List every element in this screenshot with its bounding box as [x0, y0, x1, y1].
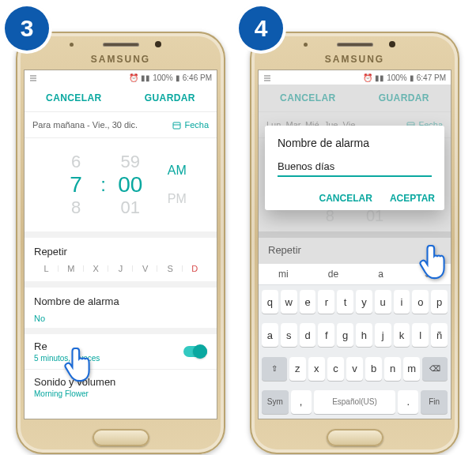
home-button[interactable]: [327, 429, 383, 446]
key-z[interactable]: z: [289, 357, 306, 381]
svg-rect-3: [173, 122, 180, 129]
alarm-name-value[interactable]: No: [34, 314, 207, 323]
status-time: 6:47 PM: [417, 73, 446, 82]
key-v[interactable]: v: [346, 357, 363, 381]
dialog-accept-button[interactable]: ACEPTAR: [390, 193, 435, 204]
day-j[interactable]: J: [108, 264, 133, 273]
screen-step-4: ⏰ ▮▮ 100% ▮ 6:47 PM CANCELAR GUARDAR Lun…: [258, 70, 451, 419]
suggestion-2[interactable]: de: [328, 269, 338, 280]
hand-cursor-icon: [63, 344, 100, 388]
battery-icon: ▮: [410, 73, 414, 82]
day-s[interactable]: S: [157, 264, 182, 273]
phone-sensor: [70, 43, 74, 47]
key-u[interactable]: u: [375, 290, 391, 314]
key-sym[interactable]: Sym: [262, 390, 289, 414]
key-k[interactable]: k: [394, 323, 410, 347]
status-bar: ⏰ ▮▮ 100% ▮ 6:46 PM: [25, 70, 217, 85]
snooze-toggle[interactable]: [183, 346, 207, 357]
alarm-icon: ⏰: [129, 73, 138, 82]
phone-step-4: SAMSUNG ⏰ ▮▮ 100% ▮ 6:47 PM CANCELAR GUA…: [250, 32, 459, 454]
step-badge-3: 3: [5, 6, 49, 51]
key-x[interactable]: x: [308, 357, 325, 381]
key-o[interactable]: o: [412, 290, 429, 314]
key-a[interactable]: a: [262, 323, 278, 347]
key-comma[interactable]: ,: [291, 390, 312, 414]
calendar-icon: [172, 121, 181, 130]
key-q[interactable]: q: [262, 290, 278, 314]
key-l[interactable]: l: [412, 323, 429, 347]
phone-step-3: SAMSUNG ⏰ ▮▮ 100% ▮ 6:46 PM CANCELAR GUA…: [16, 32, 225, 454]
key-g[interactable]: g: [337, 323, 353, 347]
key-backspace[interactable]: ⌫: [422, 357, 448, 381]
battery-percent: 100%: [153, 73, 173, 82]
hour-wheel[interactable]: 6 7 8: [55, 152, 97, 218]
key-c[interactable]: c: [327, 357, 344, 381]
date-row: Para mañana - Vie., 30 dic. Fecha: [25, 111, 217, 138]
key-enye[interactable]: ñ: [431, 323, 448, 347]
day-x[interactable]: X: [84, 264, 108, 273]
battery-icon: ▮: [176, 73, 180, 82]
step-badge-4: 4: [239, 6, 283, 51]
time-picker[interactable]: 6 7 8 : 59 00 01 AM PM: [25, 138, 217, 238]
phone-sensor: [304, 43, 308, 47]
day-l[interactable]: L: [34, 264, 59, 273]
day-d[interactable]: D: [183, 264, 207, 273]
key-w[interactable]: w: [281, 290, 297, 314]
key-n[interactable]: n: [384, 357, 401, 381]
key-period[interactable]: .: [398, 390, 418, 414]
alarm-icon: ⏰: [363, 73, 372, 82]
key-t[interactable]: t: [337, 290, 353, 314]
key-h[interactable]: h: [356, 323, 372, 347]
key-j[interactable]: j: [375, 323, 391, 347]
repeat-section: Repetir L M X J V S D: [25, 238, 217, 288]
menu-icon: [29, 73, 39, 81]
alarm-name-input[interactable]: [278, 157, 432, 177]
key-y[interactable]: y: [356, 290, 372, 314]
alarm-name-title: Nombre de alarma: [34, 295, 207, 307]
day-v[interactable]: V: [133, 264, 157, 273]
screen-step-3: ⏰ ▮▮ 100% ▮ 6:46 PM CANCELAR GUARDAR Par…: [24, 70, 217, 419]
key-s[interactable]: s: [281, 323, 297, 347]
minute-wheel[interactable]: 59 00 01: [109, 152, 152, 218]
day-m[interactable]: M: [59, 264, 83, 273]
ampm-wheel[interactable]: AM PM: [168, 164, 187, 206]
key-shift[interactable]: ⇧: [262, 357, 287, 381]
menu-icon: [263, 73, 273, 81]
signal-icon: ▮▮: [141, 73, 150, 82]
status-time: 6:46 PM: [183, 73, 212, 82]
alarm-name-section[interactable]: Nombre de alarma No: [25, 288, 217, 334]
cancel-button[interactable]: CANCELAR: [32, 86, 116, 110]
key-space[interactable]: Español(US): [314, 390, 396, 414]
key-r[interactable]: r: [318, 290, 334, 314]
key-done[interactable]: Fin: [421, 390, 448, 414]
repeat-title: Repetir: [34, 246, 207, 258]
repeat-days-row[interactable]: L M X J V S D: [34, 264, 207, 273]
keyboard[interactable]: mi de a ⌄ q w e r t y u i o p a s d: [259, 264, 451, 419]
sound-row[interactable]: Sonido y volumen Morning Flower: [25, 370, 217, 401]
battery-percent: 100%: [387, 73, 407, 82]
phone-camera: [155, 41, 161, 47]
phone-speaker: [337, 43, 373, 47]
home-button[interactable]: [93, 429, 149, 446]
key-p[interactable]: p: [431, 290, 448, 314]
key-f[interactable]: f: [318, 323, 334, 347]
phone-speaker: [103, 43, 139, 47]
alarm-name-dialog: Nombre de alarma CANCELAR ACEPTAR: [265, 126, 444, 210]
key-e[interactable]: e: [300, 290, 316, 314]
phone-brand: SAMSUNG: [250, 54, 459, 65]
suggestion-3[interactable]: a: [378, 269, 383, 280]
save-button[interactable]: GUARDAR: [130, 86, 210, 110]
key-b[interactable]: b: [365, 357, 382, 381]
dialog-cancel-button[interactable]: CANCELAR: [319, 193, 372, 204]
date-label: Para mañana - Vie., 30 dic.: [32, 120, 138, 130]
top-actions: CANCELAR GUARDAR: [25, 85, 217, 111]
key-m[interactable]: m: [403, 357, 420, 381]
key-d[interactable]: d: [300, 323, 316, 347]
date-button[interactable]: Fecha: [172, 120, 209, 130]
dialog-title: Nombre de alarma: [278, 137, 432, 149]
status-bar: ⏰ ▮▮ 100% ▮ 6:47 PM: [259, 70, 451, 85]
snooze-row[interactable]: Re 5 minutos, 3 veces: [25, 334, 217, 369]
phone-brand: SAMSUNG: [16, 54, 225, 65]
key-i[interactable]: i: [394, 290, 410, 314]
suggestion-1[interactable]: mi: [278, 269, 289, 280]
